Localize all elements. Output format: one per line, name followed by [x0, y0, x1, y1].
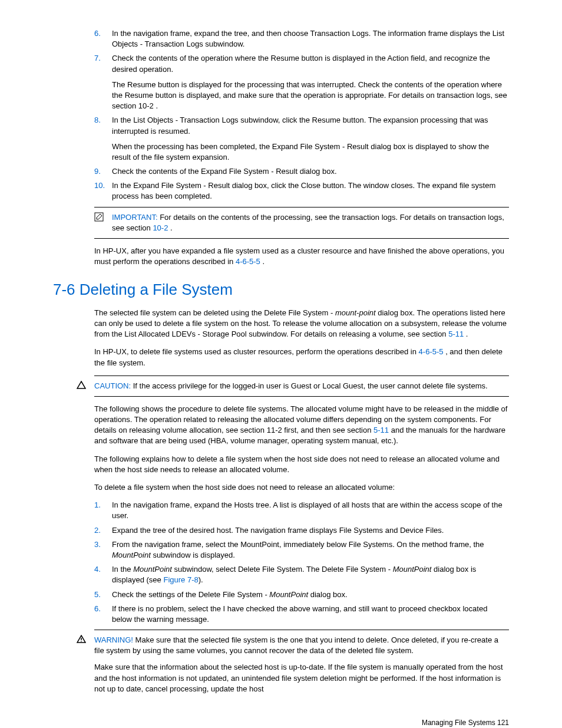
list-item: 7. Check the contents of the operation w… — [94, 53, 509, 111]
italic-term: mount-point — [335, 308, 376, 317]
list-number: 3. — [94, 539, 112, 561]
svg-rect-0 — [95, 213, 103, 221]
list-item: 6. In the navigation frame, expand the t… — [94, 28, 509, 50]
list-body: Expand the tree of the desired host. The… — [112, 525, 509, 536]
list-item: 3. From the navigation frame, select the… — [94, 539, 509, 561]
list-number: 6. — [94, 604, 112, 625]
ordered-list-1: 6. In the navigation frame, expand the t… — [94, 28, 509, 202]
svg-point-2 — [81, 641, 82, 642]
note-label: WARNING! — [94, 635, 133, 644]
body-text: In the Expand File System - Result dialo… — [112, 180, 509, 202]
list-body: If there is no problem, select the I hav… — [112, 604, 509, 625]
cross-ref-link[interactable]: Figure 7-8 — [163, 575, 198, 584]
list-number: 9. — [94, 166, 112, 177]
italic-term: MountPoint — [112, 551, 151, 559]
list-item: 9. Check the contents of the Expand File… — [94, 166, 509, 177]
cross-ref-link[interactable]: 4-6-5-5 — [419, 347, 444, 356]
list-number: 5. — [94, 589, 112, 600]
body-text: From the navigation frame, select the Mo… — [112, 539, 509, 561]
list-number: 8. — [94, 115, 112, 163]
note-label: IMPORTANT: — [112, 213, 158, 222]
list-item: 1. In the navigation frame, expand the H… — [94, 500, 509, 521]
warning-note: WARNING! Make sure that the selected fil… — [94, 630, 509, 694]
list-number: 1. — [94, 500, 112, 521]
list-body: In the MountPoint subwindow, select Dele… — [112, 564, 509, 585]
body-text: In HP-UX, to delete file systems used as… — [94, 347, 509, 368]
important-note: IMPORTANT: For details on the contents o… — [94, 207, 509, 239]
list-body: Check the contents of the operation wher… — [112, 53, 509, 111]
list-body: In the navigation frame, expand the tree… — [112, 28, 509, 50]
list-number: 6. — [94, 28, 112, 50]
note-body: WARNING! Make sure that the selected fil… — [94, 635, 509, 694]
note-text: If the access privilege for the logged-i… — [131, 381, 488, 390]
body-text: The following explains how to delete a f… — [94, 454, 509, 475]
note-label: CAUTION: — [94, 381, 131, 390]
ordered-list-2: 1. In the navigation frame, expand the H… — [94, 500, 509, 625]
list-body: In the List Objects - Transaction Logs s… — [112, 115, 509, 163]
italic-term: MountPoint — [133, 565, 172, 574]
body-text: To delete a file system when the host si… — [94, 482, 509, 493]
pencil-note-icon — [94, 212, 112, 223]
list-item: 10. In the Expand File System - Result d… — [94, 180, 509, 202]
note-text: Make sure that the information about the… — [94, 662, 509, 694]
list-number: 2. — [94, 525, 112, 536]
list-number: 10. — [94, 180, 112, 202]
body-text: In HP-UX, after you have expanded a file… — [94, 246, 509, 267]
list-body: Check the contents of the Expand File Sy… — [112, 166, 509, 177]
note-body: CAUTION: If the access privilege for the… — [94, 381, 509, 391]
body-text: Check the settings of the Delete File Sy… — [112, 589, 509, 600]
body-text: Check the contents of the Expand File Sy… — [112, 166, 509, 177]
body-text: The Resume button is displayed for the p… — [112, 80, 509, 112]
list-item: 2. Expand the tree of the desired host. … — [94, 525, 509, 536]
body-text: When the processing has been completed, … — [112, 141, 509, 163]
list-number: 4. — [94, 564, 112, 585]
body-text: The selected file system can be deleted … — [94, 308, 509, 340]
body-text: Expand the tree of the desired host. The… — [112, 525, 509, 536]
note-text: . — [168, 223, 172, 232]
body-text: If there is no problem, select the I hav… — [112, 604, 509, 625]
list-item: 5. Check the settings of the Delete File… — [94, 589, 509, 600]
section-heading: 7-6 Deleting a File System — [53, 279, 509, 300]
note-body: IMPORTANT: For details on the contents o… — [112, 212, 509, 233]
list-item: 6. If there is no problem, select the I … — [94, 604, 509, 625]
body-text: In the MountPoint subwindow, select Dele… — [112, 564, 509, 585]
list-body: From the navigation frame, select the Mo… — [112, 539, 509, 561]
caution-note: CAUTION: If the access privilege for the… — [94, 375, 509, 397]
cross-ref-link[interactable]: 5-11 — [448, 330, 464, 338]
cross-ref-link[interactable]: 4-6-5-5 — [236, 257, 260, 266]
list-item: 4. In the MountPoint subwindow, select D… — [94, 564, 509, 585]
list-body: In the Expand File System - Result dialo… — [112, 180, 509, 202]
body-text: Check the contents of the operation wher… — [112, 53, 509, 74]
body-text: In the navigation frame, expand the tree… — [112, 28, 509, 50]
page-footer: Managing File Systems 121 — [53, 718, 509, 728]
cross-ref-link[interactable]: 10-2 — [153, 223, 168, 232]
caution-icon — [77, 381, 94, 391]
list-number: 7. — [94, 53, 112, 111]
cross-ref-link[interactable]: 5-11 — [373, 426, 389, 434]
italic-term: MountPoint — [269, 590, 308, 599]
list-body: Check the settings of the Delete File Sy… — [112, 589, 509, 600]
warning-icon — [77, 635, 94, 645]
body-text: In the List Objects - Transaction Logs s… — [112, 115, 509, 136]
list-body: In the navigation frame, expand the Host… — [112, 500, 509, 521]
body-text: The following shows the procedure to del… — [94, 404, 509, 447]
body-text: In the navigation frame, expand the Host… — [112, 500, 509, 521]
note-text: WARNING! Make sure that the selected fil… — [94, 635, 509, 656]
italic-term: MountPoint — [393, 565, 432, 574]
list-item: 8. In the List Objects - Transaction Log… — [94, 115, 509, 163]
